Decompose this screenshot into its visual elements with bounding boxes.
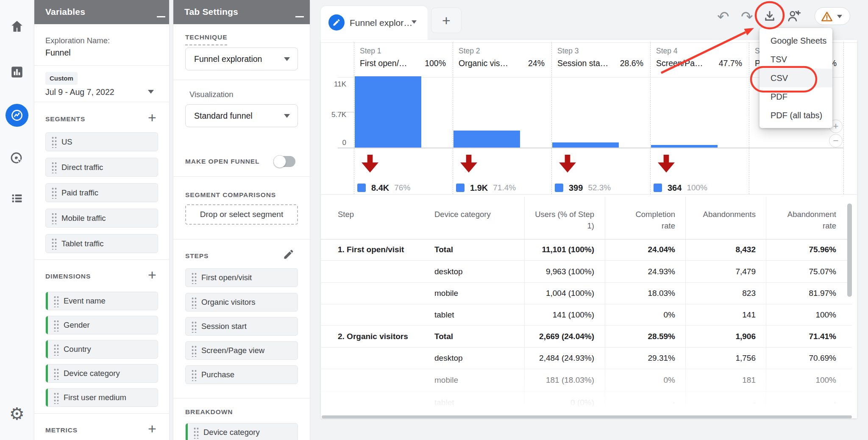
breakdown-chip[interactable]: Device category <box>185 423 298 440</box>
segment-chip[interactable]: Mobile traffic <box>45 209 158 228</box>
cell-completion: 0% <box>612 304 675 325</box>
dimension-chip[interactable]: Device category <box>45 364 158 383</box>
column-header-completion[interactable]: Completion rate <box>624 209 675 231</box>
cell-device: desktop <box>434 348 519 369</box>
funnel-bar-step1[interactable] <box>355 76 421 148</box>
bar-chart-icon <box>10 65 24 79</box>
column-header-device[interactable]: Device category <box>434 209 515 220</box>
add-dimension-button[interactable]: + <box>148 267 156 282</box>
export-option-pdf[interactable]: PDF <box>760 87 832 106</box>
cell-abandonment-rate: - <box>773 392 836 413</box>
funnel-step-chip[interactable]: Session start <box>185 317 298 336</box>
date-range-caret-icon[interactable] <box>148 90 154 94</box>
exploration-name-value[interactable]: Funnel <box>45 48 71 58</box>
visualization-select[interactable]: Standard funnel <box>185 104 298 127</box>
download-icon[interactable] <box>762 9 777 23</box>
table-row[interactable]: desktop9,963 (100%)24.93%7,47975.07% <box>321 261 852 283</box>
nav-settings[interactable]: ⚙ <box>0 402 34 426</box>
dimension-chip-label: Country <box>64 345 91 354</box>
segment-chip[interactable]: Tablet traffic <box>45 234 158 253</box>
cell-device: tablet <box>434 392 519 413</box>
funnel-step-chip[interactable]: Purchase <box>185 365 298 384</box>
add-user-icon[interactable] <box>787 9 802 23</box>
warning-menu-button[interactable] <box>815 7 850 25</box>
cell-abandonments: 1,906 <box>692 326 756 347</box>
add-segment-button[interactable]: + <box>148 110 156 125</box>
segment-chip[interactable]: US <box>45 132 158 151</box>
table-row[interactable]: 1. First open/visitTotal11,101 (100%)24.… <box>321 239 852 261</box>
export-option-tsv[interactable]: TSV <box>760 50 832 69</box>
funnel-step-label: Screen/Page view <box>201 346 264 355</box>
variables-minimize-icon[interactable] <box>157 16 165 17</box>
funnel-bar-step2[interactable] <box>453 131 520 148</box>
cell-device: mobile <box>434 369 519 391</box>
cell-completion: 18.03% <box>612 283 675 304</box>
export-option-google-sheets[interactable]: Google Sheets <box>760 31 832 50</box>
nav-explore-active[interactable] <box>0 103 34 127</box>
library-icon <box>10 191 24 206</box>
cell-abandonment-rate: 75.96% <box>773 239 836 260</box>
table-row[interactable]: 2. Organic visitorsTotal2,669 (24.04%)28… <box>321 326 852 348</box>
export-option-csv[interactable]: CSV <box>760 69 832 87</box>
step-separator <box>354 42 354 194</box>
exploration-tab[interactable]: Funnel explor… <box>321 6 428 40</box>
nav-reports[interactable] <box>0 60 34 84</box>
zoom-out-button[interactable]: − <box>829 134 843 148</box>
table-row[interactable]: tablet141 (100%)0%141100% <box>321 304 852 326</box>
segment-chip-label: Direct traffic <box>61 163 103 172</box>
redo-icon[interactable]: ↷ <box>741 9 753 24</box>
date-range-value[interactable]: Jul 9 - Aug 7, 2022 <box>45 87 114 97</box>
cell-abandonment-rate: 81.97% <box>773 283 836 304</box>
nav-home[interactable] <box>0 14 34 38</box>
undo-icon[interactable]: ↶ <box>717 9 729 24</box>
exploration-name-label: Exploration Name: <box>45 36 110 45</box>
abandonment-arrow-icon <box>658 155 675 173</box>
drag-handle-icon <box>191 272 197 284</box>
add-tab-button[interactable]: + <box>431 8 462 33</box>
visualization-value: Standard funnel <box>194 111 253 121</box>
export-option-pdf-all-tabs[interactable]: PDF (all tabs) <box>760 106 832 125</box>
plus-icon: + <box>833 121 839 132</box>
segment-chip[interactable]: Paid traffic <box>45 183 158 202</box>
add-metric-button[interactable]: + <box>148 421 156 436</box>
funnel-bar-step3[interactable] <box>552 142 619 148</box>
divider <box>34 65 169 66</box>
funnel-step-chip[interactable]: First open/visit <box>185 268 298 287</box>
technique-select[interactable]: Funnel exploration <box>185 47 298 70</box>
nav-advertising[interactable] <box>0 147 34 170</box>
segment-chip-label: US <box>61 137 72 147</box>
funnel-step-chip[interactable]: Screen/Page view <box>185 341 298 360</box>
nav-library[interactable] <box>0 187 34 210</box>
dimension-chip[interactable]: First user medium <box>45 388 158 407</box>
segment-drop-zone[interactable]: Drop or select segment <box>185 204 298 225</box>
segment-chip-label: Mobile traffic <box>61 214 106 223</box>
table-vertical-scrollbar[interactable] <box>847 203 852 297</box>
column-header-abandonments[interactable]: Abandonments <box>688 209 756 220</box>
step-separator <box>551 42 552 194</box>
tab-label: Funnel explor… <box>350 18 412 28</box>
table-horizontal-scrollbar[interactable] <box>322 415 852 418</box>
drag-handle-icon <box>53 295 59 307</box>
funnel-bar-step4[interactable] <box>651 145 718 148</box>
dimension-chip[interactable]: Event name <box>45 292 158 310</box>
funnel-step-chip[interactable]: Organic visitors <box>185 293 298 312</box>
segment-chip[interactable]: Direct traffic <box>45 158 158 177</box>
column-header-abandonment-rate[interactable]: Abandonment rate <box>777 209 836 231</box>
tab-settings-minimize-icon[interactable] <box>295 16 304 17</box>
cell-abandonments: - <box>692 392 756 413</box>
table-row[interactable]: mobile1,004 (100%)18.03%82381.97% <box>321 283 852 304</box>
tab-caret-icon[interactable] <box>412 20 417 24</box>
table-row[interactable]: mobile181 (18.03%)0%181100% <box>321 369 852 392</box>
dimension-chip[interactable]: Gender <box>45 316 158 334</box>
cell-users: 2,669 (24.04%) <box>509 326 594 347</box>
table-row[interactable]: desktop2,484 (24.93%)29.31%1,75670.69% <box>321 348 852 369</box>
variables-panel-header: Variables <box>34 0 169 24</box>
cell-step <box>338 369 435 391</box>
table-row[interactable]: tablet0 (0%)--- <box>321 392 852 413</box>
cell-step <box>338 283 435 304</box>
column-header-step[interactable]: Step <box>338 209 431 220</box>
dimension-chip[interactable]: Country <box>45 340 158 359</box>
make-open-funnel-toggle[interactable] <box>273 156 295 167</box>
edit-steps-pencil-icon[interactable] <box>283 248 295 260</box>
column-header-users[interactable]: Users (% of Step 1) <box>531 209 594 231</box>
